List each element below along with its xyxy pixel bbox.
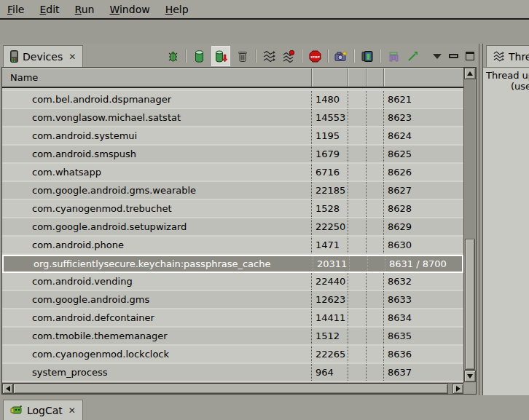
- column-header-3[interactable]: [348, 68, 367, 87]
- thread-profiling-button[interactable]: [281, 48, 296, 64]
- process-name-cell: com.whatsapp: [2, 164, 312, 181]
- close-icon[interactable]: ✕: [68, 52, 76, 62]
- screen-capture-button[interactable]: [334, 48, 348, 64]
- empty-cell: [367, 91, 384, 108]
- horizontal-scrollbar[interactable]: [2, 383, 463, 394]
- update-heap-button[interactable]: [192, 48, 206, 64]
- device-screen-icon: [361, 50, 373, 63]
- menu-run[interactable]: Run: [75, 4, 95, 15]
- horizontal-scroll-thumb[interactable]: [13, 384, 448, 394]
- view-hierarchy-button[interactable]: [360, 48, 375, 64]
- empty-cell: [367, 200, 384, 217]
- view-window-controls: [433, 52, 474, 60]
- process-name-cell: com.android.systemui: [2, 127, 312, 144]
- maximize-button[interactable]: [466, 52, 474, 60]
- toolbar-separator: [301, 49, 302, 63]
- process-name-cell: com.bel.android.dspmanager: [2, 91, 312, 108]
- menu-help[interactable]: Help: [165, 4, 189, 15]
- trash-icon: [238, 50, 248, 63]
- process-pid-cell: 1195: [312, 127, 348, 144]
- table-row[interactable]: com.google.android.gms 12623 8633: [2, 291, 463, 309]
- minimize-button[interactable]: [449, 54, 458, 58]
- table-row[interactable]: com.android.defcontainer 14411 8634: [2, 309, 463, 328]
- menu-file[interactable]: File: [7, 4, 24, 15]
- close-icon[interactable]: ✕: [68, 405, 76, 416]
- systrace-button[interactable]: [406, 48, 420, 64]
- empty-cell: [348, 218, 367, 235]
- process-name-cell: com.vonglasow.michael.satstat: [2, 109, 312, 126]
- empty-cell: [348, 146, 367, 162]
- empty-cell: [348, 200, 367, 217]
- scroll-left-button[interactable]: [2, 384, 13, 394]
- bug-icon: [167, 50, 179, 63]
- process-port-cell: 8627: [384, 182, 463, 199]
- empty-cell: [368, 256, 385, 272]
- table-row[interactable]: com.android.smspush 1679 8625: [2, 146, 463, 164]
- view-menu-button[interactable]: [433, 54, 442, 59]
- empty-cell: [348, 237, 367, 253]
- tab-logcat-label: LogCat: [27, 405, 63, 416]
- tab-logcat[interactable]: LogCat ✕: [3, 400, 83, 420]
- process-name-cell: com.google.android.gms: [2, 291, 312, 308]
- process-pid-cell: 22185: [312, 182, 348, 199]
- table-row[interactable]: com.tmobile.thememanager 1512 8635: [2, 328, 463, 346]
- empty-cell: [348, 109, 367, 126]
- process-pid-cell: 12623: [312, 291, 348, 308]
- empty-cell: [350, 256, 368, 272]
- scroll-down-button[interactable]: [464, 371, 476, 382]
- debug-process-button[interactable]: [165, 48, 180, 64]
- stop-process-button[interactable]: STOP: [307, 48, 322, 64]
- stop-icon-label: STOP: [310, 55, 320, 58]
- tab-threads-label: Threads: [509, 51, 529, 63]
- process-pid-cell: 14411: [312, 309, 348, 326]
- tab-devices[interactable]: Devices ✕: [3, 45, 83, 67]
- process-pid-cell: 14553: [312, 109, 348, 126]
- table-row[interactable]: com.android.systemui 1195 8624: [2, 127, 463, 146]
- column-header-name[interactable]: Name: [2, 68, 312, 87]
- menu-edit[interactable]: Edit: [39, 4, 59, 15]
- vertical-scrollbar[interactable]: [463, 68, 475, 383]
- scroll-right-button[interactable]: [452, 384, 463, 394]
- table-row[interactable]: com.bel.android.dspmanager 1480 8621: [2, 91, 463, 109]
- empty-cell: [348, 164, 367, 181]
- vertical-scroll-thumb[interactable]: [465, 239, 475, 370]
- table-row[interactable]: com.cyanogenmod.trebuchet 1528 8628: [2, 200, 463, 218]
- devices-panel: Devices ✕: [0, 44, 479, 395]
- devices-toolbar: STOP: [165, 45, 474, 67]
- process-pid-cell: 1480: [312, 91, 348, 108]
- table-row[interactable]: com.vonglasow.michael.satstat 14553 8623: [2, 109, 463, 127]
- process-name-cell: system_process: [2, 364, 312, 381]
- process-pid-cell: 964: [312, 364, 348, 381]
- process-port-cell: 8628: [384, 200, 463, 217]
- table-row[interactable]: com.whatsapp 6716 8626: [2, 164, 463, 182]
- scroll-up-button[interactable]: [464, 68, 476, 79]
- column-header-4[interactable]: [367, 68, 384, 87]
- process-port-cell: 8637: [384, 364, 463, 381]
- process-port-cell: 8623: [384, 109, 463, 126]
- table-row[interactable]: com.cyanogenmod.lockclock 22265 8636: [2, 346, 463, 364]
- table-row[interactable]: com.android.vending 22440 8632: [2, 273, 463, 291]
- table-row[interactable]: system_process 964 8637: [2, 364, 463, 382]
- method-profiling-button[interactable]: [386, 48, 401, 64]
- process-port-cell: 8624: [384, 127, 463, 144]
- table-row[interactable]: com.google.android.setupwizard 22250 862…: [2, 218, 463, 237]
- update-threads-button[interactable]: [262, 48, 276, 64]
- column-header-pid[interactable]: [312, 68, 348, 87]
- process-name-cell: com.cyanogenmod.trebuchet: [2, 200, 312, 217]
- process-name-cell: com.tmobile.thememanager: [2, 328, 312, 344]
- menu-window[interactable]: Window: [109, 4, 149, 15]
- process-name-cell: com.android.vending: [2, 273, 312, 290]
- table-row[interactable]: org.sufficientlysecure.keychain:passphra…: [2, 255, 463, 273]
- menubar: File Edit Run Window Help: [0, 0, 529, 20]
- process-port-cell: 8633: [384, 291, 463, 308]
- table-row[interactable]: com.android.phone 1471 8630: [2, 237, 463, 255]
- empty-cell: [348, 346, 367, 362]
- arrow-right-icon: [456, 386, 461, 392]
- tab-threads[interactable]: Threads: [486, 45, 529, 67]
- threads-icon: [493, 51, 504, 62]
- cause-gc-button[interactable]: [235, 48, 250, 64]
- dump-hprof-button[interactable]: [211, 46, 230, 66]
- empty-cell: [348, 127, 367, 144]
- table-row[interactable]: com.google.android.gms.wearable 22185 86…: [2, 182, 463, 200]
- column-header-port[interactable]: [384, 68, 463, 87]
